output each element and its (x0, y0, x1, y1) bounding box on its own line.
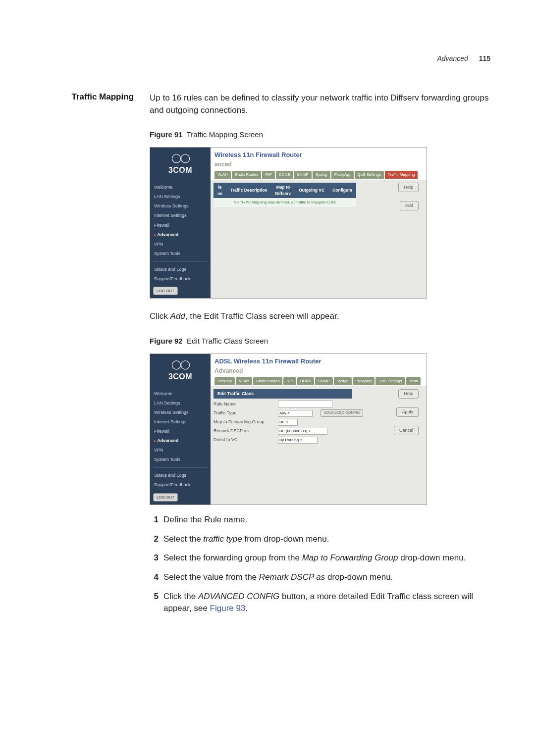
map-forwarding-select[interactable]: BE (278, 419, 298, 426)
sidebar-item-internet[interactable]: Internet Settings (153, 417, 208, 427)
logo-text: 3COM (168, 371, 192, 382)
th-traffic-description: Traffic Description (226, 183, 271, 198)
brand-logo: ◯◯ 3COM (150, 354, 211, 386)
router-subtitle: anced (214, 160, 423, 169)
tab-snmp[interactable]: SNMP (294, 171, 312, 179)
fig91-tabs: VLAN Static Routes RIP DDNS SNMP Syslog … (214, 171, 423, 179)
sidebar-item-wireless[interactable]: Wireless Settings (153, 408, 208, 417)
tab-proxyarp[interactable]: ProxyArp (331, 171, 354, 179)
label-rule-name: Rule Name (214, 401, 273, 407)
th-rulene: le ne (214, 183, 226, 198)
label-map-forwarding: Map to Forwarding Group (214, 419, 273, 425)
sidebar-item-system-tools[interactable]: System Tools (153, 455, 208, 464)
remark-dscp-select[interactable]: BE (000000:00) (278, 428, 327, 435)
step-5: 5 Click the ADVANCED CONFIG button, a mo… (150, 591, 490, 615)
page-number: 115 (479, 54, 490, 62)
logo-rings-icon: ◯◯ (171, 151, 189, 164)
th-outgoing-vc: Outgoing VC (295, 183, 328, 198)
sidebar-item-status[interactable]: Status and Logs (153, 265, 208, 274)
help-button[interactable]: Help (398, 389, 419, 399)
figure91-caption: Figure 91 Traffic Mapping Screen (150, 129, 490, 140)
tab-qos-settings[interactable]: QoS Settings (375, 377, 405, 385)
traffic-mapping-table: le ne Traffic Description Map to Diffser… (214, 183, 356, 206)
tab-traffi[interactable]: Traffi (406, 377, 421, 385)
tab-static-routes[interactable]: Static Routes (253, 377, 283, 385)
figure91-screenshot: ◯◯ 3COM Wireless 11n Firewall Router anc… (150, 147, 427, 299)
fig92-tabs: Security VLAN Static Routes RIP DDNS SNM… (214, 377, 423, 385)
sidebar-item-lan[interactable]: LAN Settings (153, 399, 208, 408)
tab-rip[interactable]: RIP (262, 171, 274, 179)
router-subtitle: Advanced (214, 367, 423, 375)
sidebar-item-wireless[interactable]: Wireless Settings (153, 202, 208, 211)
router-title: ADSL Wireless 11n Firewall Router (214, 357, 423, 366)
tab-rip[interactable]: RIP (283, 377, 296, 385)
tab-vlan[interactable]: VLAN (236, 377, 252, 385)
sidebar-item-system-tools[interactable]: System Tools (153, 249, 208, 258)
fig92-sidebar: Welcome LAN Settings Wireless Settings I… (150, 386, 211, 504)
logo-text: 3COM (168, 164, 192, 176)
th-configure: Configure (328, 183, 356, 198)
header-section: Advanced (437, 54, 468, 62)
logout-button[interactable]: LOG OUT (153, 287, 178, 296)
step-4: 4 Select the value from the Remark DSCP … (150, 571, 490, 584)
help-button[interactable]: Help (398, 183, 419, 192)
tab-vlan[interactable]: VLAN (214, 171, 231, 179)
logout-button[interactable]: LOG OUT (153, 493, 178, 502)
sidebar-item-support[interactable]: Support/Feedback (153, 480, 208, 490)
th-map-diffserv: Map to Diffserv (271, 183, 295, 198)
label-traffic-type: Traffic Type (214, 410, 273, 416)
sidebar-item-lan[interactable]: LAN Settings (153, 192, 208, 202)
label-remark-dscp: Remark DSCP as (214, 428, 273, 434)
tab-proxyarp[interactable]: ProxyArp (353, 377, 375, 385)
after-fig91-text: Click Add, the Edit Traffic Class screen… (150, 310, 490, 323)
fig91-sidebar: Welcome LAN Settings Wireless Settings I… (150, 180, 211, 298)
traffic-type-select[interactable]: Any (278, 410, 313, 417)
edit-traffic-class-header: Edit Traffic Class (214, 389, 352, 399)
tab-security[interactable]: Security (214, 377, 235, 385)
sidebar-item-firewall[interactable]: Firewall (153, 427, 208, 436)
steps-list: 1 Define the Rule name. 2 Select the tra… (150, 514, 490, 615)
router-title: Wireless 11n Firewall Router (214, 151, 423, 160)
sidebar-item-support[interactable]: Support/Feedback (153, 274, 208, 284)
step-2: 2 Select the traffic type from drop-down… (150, 533, 490, 546)
sidebar-item-internet[interactable]: Internet Settings (153, 211, 208, 220)
sidebar-item-vpn[interactable]: VPN (153, 240, 208, 249)
sidebar-item-advanced[interactable]: Advanced (153, 436, 208, 446)
figure93-link[interactable]: Figure 93 (210, 604, 246, 613)
advanced-config-button[interactable]: ADVANCED CONFIG (321, 409, 363, 417)
sidebar-item-firewall[interactable]: Firewall (153, 221, 208, 230)
apply-button[interactable]: Apply (396, 407, 419, 417)
logo-rings-icon: ◯◯ (171, 358, 189, 371)
running-header: Advanced 115 (45, 54, 490, 62)
tab-syslog[interactable]: Syslog (334, 377, 352, 385)
step-3: 3 Select the forwarding group from the M… (150, 552, 490, 564)
figure92-caption: Figure 92 Edit Traffic Class Screen (150, 336, 490, 347)
no-mapping-message: No Traffic Mapping was defined, all traf… (214, 198, 356, 207)
tab-ddns[interactable]: DDNS (297, 377, 315, 385)
cancel-button[interactable]: Cancel (394, 426, 419, 435)
section-heading: Traffic Mapping (45, 92, 134, 622)
brand-logo: ◯◯ 3COM (150, 148, 211, 180)
add-button[interactable]: Add (400, 201, 419, 210)
label-direct-to-vc: Direct to VC (214, 437, 273, 443)
tab-ddns[interactable]: DDNS (276, 171, 293, 179)
tab-static-routes[interactable]: Static Routes (232, 171, 262, 179)
step-1: 1 Define the Rule name. (150, 514, 490, 526)
intro-paragraph: Up to 16 rules can be defined to classif… (150, 92, 490, 116)
sidebar-item-advanced[interactable]: Advanced (153, 230, 208, 240)
figure92-screenshot: ◯◯ 3COM ADSL Wireless 11n Firewall Route… (150, 353, 427, 505)
rule-name-input[interactable] (278, 401, 332, 407)
tab-qos-settings[interactable]: QoS Settings (355, 171, 384, 179)
direct-to-vc-select[interactable]: By Routing (278, 437, 318, 444)
tab-syslog[interactable]: Syslog (313, 171, 330, 179)
sidebar-item-welcome[interactable]: Welcome (153, 183, 208, 192)
sidebar-item-vpn[interactable]: VPN (153, 446, 208, 455)
sidebar-item-status[interactable]: Status and Logs (153, 471, 208, 480)
tab-traffic-mapping[interactable]: Traffic Mapping (385, 171, 418, 179)
tab-snmp[interactable]: SNMP (315, 377, 332, 385)
sidebar-item-welcome[interactable]: Welcome (153, 389, 208, 399)
